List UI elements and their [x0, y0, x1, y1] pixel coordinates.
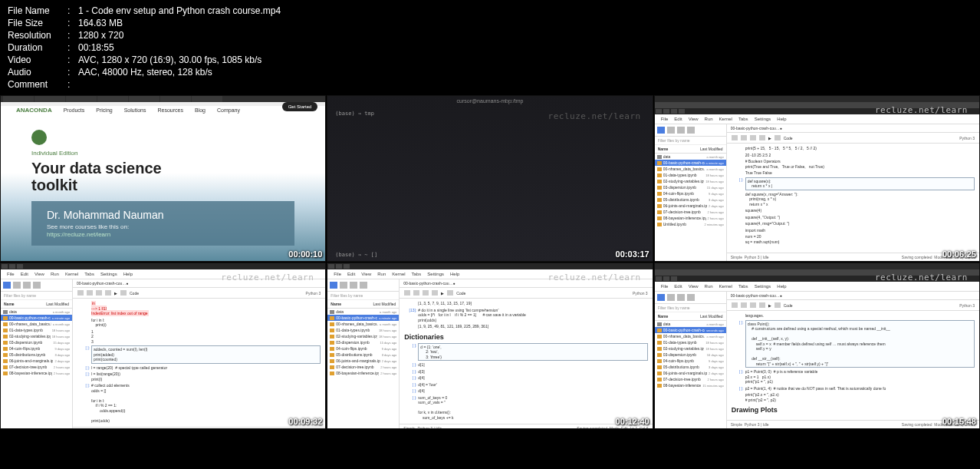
file-browser[interactable]: Filter files by name NameLast Modified d… [327, 279, 400, 429]
code-cell[interactable]: True True False [732, 170, 975, 176]
folder-item[interactable]: dataa month ago [327, 309, 399, 315]
thumb-1: ANACONDA ProductsPricingSolutionsResourc… [0, 95, 326, 262]
file-item[interactable]: 07-decision-tree.ipynb2 hours ago [327, 364, 399, 370]
file-item[interactable]: 08-bayesian-inference.ipynb2 hours ago [655, 215, 726, 221]
file-item[interactable]: 04-coin-flips.ipynb9 days ago [327, 345, 399, 352]
code-cell[interactable]: [1, 9, 25, 49, 81, 121, 169, 225, 289, 3… [404, 324, 647, 329]
file-item[interactable]: 02-studying-variables.ipynb18 hours ago [655, 345, 726, 352]
file-item[interactable]: 00-nhanes_data_basics.ipynba month ago [655, 166, 726, 172]
file-item[interactable]: 04-coin-flips.ipynb9 days ago [655, 358, 726, 364]
file-browser[interactable]: Filter files by name NameLast Modified d… [1, 279, 73, 429]
get-started-button[interactable]: Get Started [282, 102, 318, 111]
file-item[interactable]: 06-joints-and-marginals.ipynb2 days ago [655, 203, 726, 209]
code-cell[interactable]: [ ]:d[4] [404, 388, 647, 394]
code-cell[interactable]: for i in l: print(i) [77, 318, 321, 328]
code-cell[interactable]: square(4, msg="Output: ") [732, 221, 975, 226]
file-item[interactable]: 02-studying-variables.ipynb18 hours ago [1, 333, 72, 339]
anaconda-icon [31, 130, 47, 145]
code-cell[interactable]: [ ]:d[3] [404, 369, 647, 375]
code-cell[interactable]: [ ]:l = range(20) # special type called … [77, 365, 321, 371]
file-browser[interactable]: Filter files by name NameLast Modified d… [655, 292, 727, 428]
file-item[interactable]: 08-bayesian-inference.ipynb15 minutes ag… [655, 382, 726, 388]
code-cell[interactable]: languages. [732, 313, 975, 319]
file-item[interactable]: 02-studying-variables.ipynb18 hours ago [327, 333, 399, 339]
code-cell[interactable]: in ---> 1 l[1] IndexError: list index ou… [77, 301, 321, 316]
file-item[interactable]: 04-coin-flips.ipynb9 days ago [1, 345, 72, 352]
code-cell[interactable]: def square(x, msg="Answer: "): print(msg… [732, 192, 975, 207]
file-item[interactable]: 05-distributions.ipynb3 days ago [655, 197, 726, 203]
anaconda-nav: ANACONDA ProductsPricingSolutionsResourc… [1, 106, 325, 114]
jupyter-menu[interactable]: FileEditViewRunKernelTabsSettingsHelp [655, 114, 979, 124]
notebook-toolbar[interactable]: ▶CodePython 3 [73, 288, 325, 299]
file-item[interactable]: 00-basic-python-crash-course.ipynbsecond… [655, 327, 726, 333]
file-item[interactable]: 00-basic-python-crash-course.ipynba minu… [655, 160, 726, 166]
code-cell[interactable]: [ ]:d[4] = 'four' [404, 382, 647, 388]
code-cell[interactable]: [ ]:d[1] [404, 362, 647, 368]
folder-item[interactable]: dataa month ago [655, 321, 726, 327]
terminal-body[interactable]: (base) → tmp [327, 106, 652, 249]
file-item[interactable]: 07-decision-tree.ipynb2 hours ago [1, 364, 72, 370]
code-cell[interactable]: [ ]:# collect odd elements odds = [] for… [77, 383, 321, 423]
file-item[interactable]: 07-decision-tree.ipynb2 hours ago [655, 376, 726, 382]
code-cell[interactable]: square(4) [732, 208, 975, 213]
code-cell[interactable]: 20 -10 25 2.5 2 [732, 153, 975, 158]
code-cell[interactable]: [ ]:p1 = Point(0, 0) # p is a reference … [732, 369, 975, 385]
code-cell[interactable]: 1 2 3 [77, 329, 321, 345]
file-item[interactable]: 05-distributions.ipynb3 days ago [327, 352, 399, 358]
watermark: recluze.net/learn [548, 111, 641, 121]
code-cell[interactable]: # Boolean Operators print(True and True,… [732, 159, 975, 169]
code-cell[interactable]: [ ]:d[4] [404, 375, 647, 381]
code-cell[interactable]: num = 20 sq = math.sqrt(num) [732, 234, 975, 244]
code-cell[interactable]: print(5 + 15, 5 - 15, 5 * 5, 5 / 2, 5 //… [732, 146, 975, 151]
timestamp: 00:00:10 [288, 249, 322, 259]
file-item[interactable]: 04-coin-flips.ipynb9 days ago [655, 190, 726, 197]
file-item[interactable]: Untitled.ipynb2 minutes ago [655, 221, 726, 227]
code-cell[interactable]: [1, 3, 5, 7, 9, 11, 13, 15, 17, 19] [404, 301, 647, 306]
folder-item[interactable]: dataa month ago [1, 309, 72, 315]
file-item[interactable]: 00-nhanes_data_basics.ipynba month ago [655, 333, 726, 339]
code-cell[interactable]: import math [732, 228, 975, 233]
code-cell[interactable]: [ ]:sum_of_keys = 0 sum_of_vals = '' for… [404, 395, 647, 421]
file-item[interactable]: 08-bayesian-inference.ipynb2 hours ago [327, 370, 399, 376]
folder-item[interactable]: dataa month ago [655, 154, 726, 160]
code-cell[interactable]: [ ]:l = list(range(20)) print(l) [77, 372, 321, 381]
file-item[interactable]: 00-nhanes_data_basics.ipynba month ago [327, 321, 399, 327]
file-item[interactable]: 03-dispersion.ipynb15 days ago [1, 339, 72, 345]
file-metadata: File Name:1 - Code env setup and Python … [0, 0, 980, 95]
file-item[interactable]: 07-decision-tree.ipynb2 hours ago [655, 209, 726, 215]
code-cell[interactable]: [13]:# do it in a single line using 'lis… [404, 308, 647, 323]
notebook-toolbar[interactable]: ▶CodePython 3 [400, 288, 652, 299]
file-item[interactable]: 05-distributions.ipynb3 days ago [655, 364, 726, 370]
file-item[interactable]: 01-data-types.ipynb18 hours ago [655, 339, 726, 345]
file-item[interactable]: 01-data-types.ipynb18 hours ago [655, 172, 726, 178]
file-item[interactable]: 08-bayesian-inference.ipynb2 hours ago [1, 370, 72, 376]
code-cell[interactable]: square(4, "Output: ") [732, 215, 975, 220]
file-item[interactable]: 00-basic-python-crash-course.ipynba minu… [1, 315, 72, 321]
file-item[interactable]: 01-data-types.ipynb18 hours ago [327, 327, 399, 333]
file-item[interactable]: 03-dispersion.ipynb15 days ago [327, 339, 399, 345]
code-cell[interactable]: [ ]:p2 = Point(1, 4) # notice that we do… [732, 386, 975, 391]
file-item[interactable]: 02-studying-variables.ipynb18 hours ago [655, 178, 726, 184]
file-item[interactable]: 01-data-types.ipynb18 hours ago [1, 327, 72, 333]
notebook-toolbar[interactable]: ▶CodePython 3 [727, 133, 979, 144]
notebook-tab[interactable]: 00-basic-python-crash-cou…● [727, 124, 979, 133]
code-cell[interactable]: [ ]:def square(x): return x * x | [732, 177, 975, 190]
file-item[interactable]: 06-joints-and-marginals.ipynb2 days ago [655, 370, 726, 376]
file-item[interactable]: 05-distributions.ipynb3 days ago [1, 352, 72, 358]
file-item[interactable]: 03-dispersion.ipynb15 days ago [655, 184, 726, 190]
code-cell[interactable]: print("p2.x = ", p2.x) # print("p2 = ", … [732, 392, 975, 402]
notebook-toolbar[interactable]: ▶CodePython 3 [727, 300, 979, 311]
file-item[interactable]: 00-nhanes_data_basics.ipynba month ago [1, 321, 72, 327]
meta-duration: Duration:00:18:55 [8, 41, 972, 54]
file-browser[interactable]: Filter files by name NameLast Modified d… [655, 124, 727, 261]
file-item[interactable]: 06-joints-and-marginals.ipynb2 days ago [1, 358, 72, 364]
jupyter-menu[interactable]: FileEditViewRunKernelTabsSettingsHelp [655, 282, 979, 292]
notebook-tab[interactable]: 00-basic-python-crash-cou…● [727, 292, 979, 300]
timestamp: 00:09:32 [288, 417, 322, 426]
code-cell[interactable]: [ ]:class Point(): # constructors are de… [732, 320, 975, 368]
file-item[interactable]: 06-joints-and-marginals.ipynb2 days ago [327, 358, 399, 364]
code-cell[interactable]: [ ]:addeds, counted = sum(l), len(l) pri… [77, 345, 321, 364]
file-item[interactable]: 03-dispersion.ipynb16 days ago [655, 352, 726, 358]
code-cell[interactable]: [ ]:d = {1: 'one', 2: 'two', 3: 'three'} [404, 343, 647, 362]
file-item[interactable]: 00-basic-python-crash-course.ipynba minu… [327, 315, 399, 321]
